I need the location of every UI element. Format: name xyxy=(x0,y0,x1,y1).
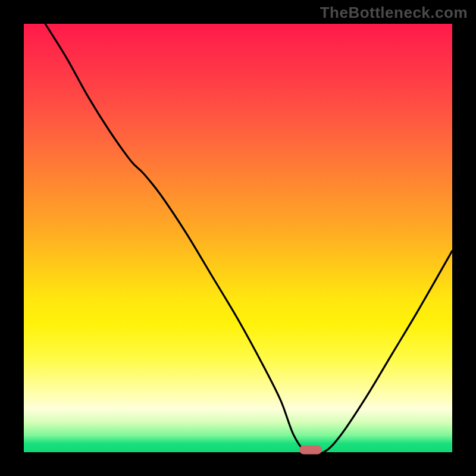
plot-area xyxy=(24,24,452,452)
bottleneck-curve xyxy=(24,24,452,452)
optimal-marker xyxy=(299,446,322,455)
curve-path xyxy=(45,24,452,452)
chart-frame: TheBottleneck.com xyxy=(0,0,476,476)
watermark-text: TheBottleneck.com xyxy=(320,4,468,22)
